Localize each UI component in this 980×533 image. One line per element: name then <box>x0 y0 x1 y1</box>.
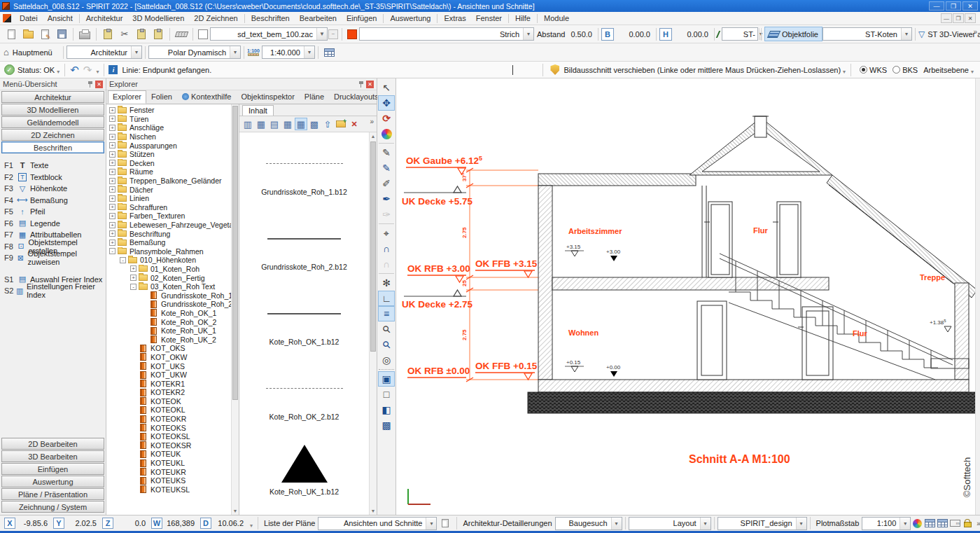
chevron-down-icon[interactable]: ▾ <box>304 46 314 58</box>
tree-item[interactable]: +Treppen_Balkone_Geländer <box>106 176 231 186</box>
brush-icon[interactable]: ✑ <box>378 207 395 222</box>
menu-auswertung[interactable]: Auswertung <box>385 12 435 25</box>
box-half-icon[interactable]: ◧ <box>378 402 395 417</box>
tree-item[interactable]: +Bemaßung <box>106 238 231 247</box>
expander-icon[interactable]: + <box>109 178 115 184</box>
viewer-update-button[interactable]: ST 3D-Viewer aktualisieren <box>927 30 980 39</box>
expander-icon[interactable]: + <box>109 195 115 202</box>
tree-item[interactable]: +Fenster <box>106 106 231 115</box>
zac-select[interactable]: sd_text_bem_100.zac ▼ <box>210 27 328 41</box>
h-value[interactable]: 0.00.0 <box>675 30 708 39</box>
box-solid-icon[interactable]: ▩ <box>378 417 395 433</box>
content-scrollbar[interactable]: ▲ ▼ <box>369 132 377 515</box>
table-settings-button[interactable] <box>322 45 337 60</box>
expander-icon[interactable]: + <box>109 230 115 237</box>
expander-icon[interactable]: + <box>109 125 115 131</box>
lock-button[interactable] <box>961 517 974 529</box>
pen-style-select[interactable]: Strich ▾ <box>359 27 534 41</box>
tab-pl-ne[interactable]: Pläne <box>300 90 329 104</box>
undo-icon[interactable]: ↶ <box>70 64 79 76</box>
tree-item[interactable]: +Lebewesen_Fahrzeuge_Vegetation <box>106 221 231 230</box>
tab-kontexthilfe[interactable]: Kontexthilfe <box>177 90 236 104</box>
menu-2d-zeichnen[interactable]: 2D Zeichnen <box>189 12 242 25</box>
caret-icon[interactable]: ▾ <box>843 69 846 75</box>
chevron-down-icon[interactable]: ▾ <box>426 518 436 529</box>
tree-scrollbar[interactable]: ▼ <box>231 104 239 515</box>
chevron-down-icon[interactable]: ▾ <box>131 46 141 58</box>
tab-explorer[interactable]: Explorer <box>108 90 146 104</box>
delete-item-icon[interactable]: ✕ <box>348 118 360 130</box>
new-folder-icon[interactable] <box>335 118 347 130</box>
canvas-scrollbar[interactable] <box>975 78 980 515</box>
sidebar-button-einf-gen[interactable]: Einfügen <box>1 463 104 475</box>
mdi-close-button[interactable]: ✕ <box>965 13 976 23</box>
paste-button[interactable] <box>100 27 115 42</box>
tree-item[interactable]: -Plansymbole_Rahmen <box>106 247 231 256</box>
cut-button[interactable]: ✂ <box>117 27 132 42</box>
plan-view-icon[interactable]: ▣ <box>378 371 395 387</box>
toolbar-overflow-icon[interactable]: » <box>976 520 980 527</box>
orbit-tool-icon[interactable]: ⟳ <box>378 111 395 126</box>
function-item-einstellungen-freier-index[interactable]: S2▥Einstellungen Freier Index <box>4 285 103 297</box>
scroll-down-icon[interactable]: ▼ <box>370 507 377 515</box>
tree-item[interactable]: Grundrisskote_Roh_2 <box>106 300 231 309</box>
tree-item[interactable]: +01_Koten_Roh <box>106 265 231 274</box>
coord-z-value[interactable]: 0.0 <box>113 519 150 527</box>
tab-objektinspektor[interactable]: Objektinspektor <box>236 90 299 104</box>
eyedropper-icon[interactable]: ✒ <box>378 191 395 207</box>
pen-color-swatch[interactable] <box>347 29 357 39</box>
mdi-minimize-button[interactable]: — <box>941 13 952 23</box>
menu-fenster[interactable]: Fenster <box>471 12 507 25</box>
tree-item[interactable]: +Decken <box>106 159 231 168</box>
view-style-1-icon[interactable]: ▥ <box>241 118 254 130</box>
menu-extras[interactable]: Extras <box>439 12 470 25</box>
tree-item[interactable]: +Stützen <box>106 150 231 159</box>
maximize-button[interactable]: ❐ <box>946 1 961 11</box>
tree-item[interactable]: +Türen <box>106 115 231 124</box>
sidebar-button-2d-bearbeiten[interactable]: 2D Bearbeiten <box>1 438 104 450</box>
function-item-objektstempel-zuweisen[interactable]: F9⊠Objektstempel zuweisen <box>4 252 103 264</box>
tree-item[interactable]: Kote_Roh_UK_2 <box>106 335 231 344</box>
expander-icon[interactable]: + <box>109 204 115 210</box>
content-item[interactable]: Kote_Roh_OK_1.b12 <box>239 282 369 357</box>
tree-item[interactable]: +Räume <box>106 167 231 176</box>
tree-item[interactable]: KOT_UKW <box>106 371 231 380</box>
expander-icon[interactable]: + <box>109 142 115 148</box>
tree-item[interactable]: +Dächer <box>106 185 231 194</box>
snap-mode-select[interactable]: Polar Dynamisch ▾ <box>148 46 241 59</box>
tree-item[interactable]: KOTEKR1 <box>106 379 231 388</box>
color-wheel-icon[interactable] <box>378 126 395 141</box>
expander-icon[interactable]: - <box>109 248 115 254</box>
view-style-4-icon[interactable]: ▦ <box>281 118 294 130</box>
tree-item[interactable]: +Anschläge <box>106 123 231 132</box>
regen-view-icon[interactable]: ◎ <box>378 352 395 368</box>
bks-radio[interactable] <box>892 66 900 74</box>
layer-select[interactable]: ST- ▾ <box>722 27 758 41</box>
menu-module[interactable]: Module <box>539 12 574 25</box>
new-file-button[interactable] <box>4 27 19 42</box>
menu-ansicht[interactable]: Ansicht <box>43 12 78 25</box>
caret-icon[interactable]: ▾ <box>250 522 253 529</box>
expander-icon[interactable]: - <box>120 257 126 263</box>
expander-icon[interactable]: + <box>109 240 115 246</box>
copy-button[interactable] <box>134 27 149 42</box>
view-style-2-icon[interactable]: ▦ <box>255 118 267 130</box>
plot-scale-select[interactable]: 1:100 ▾ <box>862 517 911 530</box>
content-item[interactable]: Grundrisskote_Roh_2.b12 <box>239 207 369 282</box>
caret-icon[interactable]: ▾ <box>96 69 99 75</box>
print-button[interactable] <box>77 27 92 42</box>
wks-radio[interactable] <box>860 66 867 74</box>
layer-search-icon[interactable]: ≡ <box>378 306 395 321</box>
expander-icon[interactable]: + <box>109 222 115 228</box>
tree-item[interactable]: KOTEUKSL <box>106 485 231 494</box>
toolbar-overflow-icon[interactable]: » <box>370 118 374 125</box>
function-item-textblock[interactable]: F2TTextblock <box>4 172 103 184</box>
function-item-h-henkote[interactable]: F3▽Höhenkote <box>4 183 103 195</box>
pencil-tool-icon[interactable]: ✎ <box>378 145 395 160</box>
tree-item[interactable]: KOTEOKS <box>106 423 231 432</box>
tree-item[interactable]: Kote_Roh_OK_2 <box>106 317 231 326</box>
tree-item[interactable]: Kote_Roh_OK_1 <box>106 309 231 318</box>
toolbar-overflow-icon[interactable]: » <box>973 28 977 36</box>
magnet-icon[interactable]: ∩ <box>378 241 395 256</box>
pin-icon[interactable] <box>358 81 364 88</box>
